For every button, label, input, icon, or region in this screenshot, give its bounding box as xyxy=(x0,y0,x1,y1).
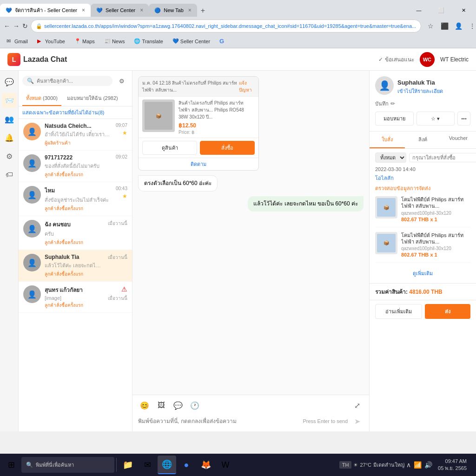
bookmark-gmail[interactable]: ✉ Gmail xyxy=(4,37,31,46)
order-search-input[interactable] xyxy=(409,153,476,162)
chat-item-chang[interactable]: 👤 ฉัง คนชอบ ครับ ลูกค้าสั่งซื้อครั้งแรก … xyxy=(19,216,132,250)
message-input[interactable] xyxy=(138,416,299,426)
edit-note-icon[interactable]: ✏ xyxy=(390,100,395,107)
maximize-button[interactable]: ⬜ xyxy=(430,4,452,17)
tab-all[interactable]: ทั้งหมด (3000) xyxy=(22,91,61,106)
forward-button[interactable]: → xyxy=(13,20,20,33)
assign-button[interactable]: มอบหมาย xyxy=(375,112,414,126)
chat-item-suphaluk[interactable]: 👤 Suphaluk Tia แล้วโว้ได้ค่ะ เลยจะกดไหม … xyxy=(19,250,132,282)
view-profile-link[interactable]: เข้าไปให้รายละเอียด xyxy=(397,87,443,95)
screenshot-button[interactable]: ⬛ xyxy=(438,20,451,33)
chevron-up-icon[interactable]: ∧ xyxy=(406,461,411,469)
taskbar-word[interactable]: W xyxy=(216,456,235,474)
more-orders-link[interactable]: ดูเพิ่มเติม xyxy=(375,267,470,279)
lazada-chat-title: Lazada Chat xyxy=(23,55,67,64)
note-row: บันทึก ✏ xyxy=(375,99,395,108)
taskbar-search[interactable]: 🔍 พิมพ์ที่นี่เพื่อค้นหา xyxy=(21,457,114,473)
star-button[interactable]: ☆ ▾ xyxy=(416,112,455,126)
taskbar-edge[interactable]: 🌐 xyxy=(158,456,176,474)
product-view-btn[interactable]: ดูสินค้า xyxy=(142,141,197,155)
order-item-price-2: 802.67 THB x 1 xyxy=(401,252,470,258)
search-input-wrap[interactable]: 🔍 xyxy=(22,76,112,86)
clock-button[interactable]: 🕐 xyxy=(188,399,201,412)
filter-unread-link[interactable]: แสดงเฉพาะข้อความที่ยังไม่ได้อ่าน(8) xyxy=(22,110,104,115)
product-report-btn[interactable]: แจ้งปัญหา xyxy=(239,79,255,93)
tab-close-2[interactable]: × xyxy=(140,7,143,13)
chat-icon-button[interactable]: 💬 xyxy=(172,399,185,412)
order-filter-select[interactable]: ทั้งหมด xyxy=(375,152,406,163)
show-desktop-button[interactable] xyxy=(469,456,470,474)
avatar-971: 👤 xyxy=(23,154,41,172)
tab-seller-center-2[interactable]: 💙 Seller Center × xyxy=(91,4,149,17)
bookmark-seller-center[interactable]: 💙 Seller Center xyxy=(170,37,213,46)
rp-tab-orders[interactable]: ใบสั่ง xyxy=(370,132,405,148)
chat-item-natsuda[interactable]: 👤 Natsuda Cheich... อำทิ้งไว้ยังไม่ได้รั… xyxy=(19,119,132,151)
filter-button[interactable]: ⚙ xyxy=(115,74,128,87)
send-button[interactable]: ➤ xyxy=(350,415,364,428)
rp-tab-links[interactable]: ลิงค์ xyxy=(405,132,440,148)
taskbar-mail[interactable]: ✉ xyxy=(138,456,157,474)
menu-button[interactable]: ⋮ xyxy=(466,20,476,33)
order-item-name-1: โคมไฟพีดีบ์ต์ Philips สมาร์ทไฟฟ้า สลับพา… xyxy=(401,196,470,210)
close-button[interactable]: ✕ xyxy=(453,4,474,17)
bookmark-maps[interactable]: 📍 Maps xyxy=(72,37,98,46)
lazada-chat-logo: L Lazada Chat xyxy=(7,53,67,66)
order-id[interactable]: โอไลสัก xyxy=(375,174,470,182)
tab-close-3[interactable]: × xyxy=(188,7,192,13)
bookmark-translate[interactable]: 🌐 Translate xyxy=(131,37,165,46)
customer-avatar: 👤 xyxy=(375,76,394,95)
more-options-button[interactable]: ••• xyxy=(457,112,470,126)
bookmark-google[interactable]: G xyxy=(217,37,227,46)
nav-chat-button[interactable]: 💬 xyxy=(2,74,17,89)
bookmark-news[interactable]: 📰 News xyxy=(101,37,128,46)
chat-item-mai[interactable]: 👤 ไหม สั่งข้อมูลช่าระเงินไม่สำเร็จค่ะ ลู… xyxy=(19,182,132,216)
tab-assigned[interactable]: มอบหมายให้ฉัน (2982) xyxy=(63,91,122,106)
bookmark-news-label: News xyxy=(112,39,125,44)
translate-icon: 🌐 xyxy=(134,38,140,45)
nav-settings-button[interactable]: ⚙ xyxy=(2,149,17,164)
chat-info-suntorn: สุนทร แก้วกัลยา [image] ลูกค้าสั่งซื้อคร… xyxy=(45,285,104,309)
tab-new-tab[interactable]: 🔵 New Tab × xyxy=(149,4,197,17)
taskbar-firefox[interactable]: 🦊 xyxy=(197,456,215,474)
order-date: 2022-03-30 14:40 xyxy=(375,166,470,172)
send-hint: Press Enter to send xyxy=(303,418,348,424)
new-tab-button[interactable]: + xyxy=(197,5,209,17)
chat-preview-971: ของที่สั่งสัดนี้ยังไม่มาครับ xyxy=(45,162,112,170)
nav-bell-button[interactable]: 🔔 xyxy=(2,130,17,145)
nav-tag-button[interactable]: 🏷 xyxy=(2,167,17,182)
rp-tab-voucher[interactable]: Voucher xyxy=(441,132,476,148)
expand-button[interactable]: ⤢ xyxy=(350,399,364,412)
minimize-button[interactable]: — xyxy=(408,4,430,17)
chat-preview-mai: สั่งข้อมูลช่าระเงินไม่สำเร็จค่ะ xyxy=(45,196,112,204)
chat-item-971[interactable]: 👤 971717222 ของที่สั่งสัดนี้ยังไม่มาครับ… xyxy=(19,151,132,182)
sidebar-filter-unread[interactable]: แสดงเฉพาะข้อความที่ยังไม่ได้อ่าน(8) xyxy=(19,106,132,119)
product-order-btn[interactable]: สั่งซื้อ xyxy=(200,141,255,155)
order-track-link[interactable]: ตรวจสอบข้อมูลการจัดส่ง xyxy=(375,184,470,192)
order-item-img-2: 📦 xyxy=(375,232,397,254)
taskbar-file-explorer[interactable]: 📁 xyxy=(119,456,137,474)
feedback-button[interactable]: ✓ ข้อเสนอแนะ xyxy=(378,55,414,64)
emoji-button[interactable]: 😊 xyxy=(138,399,151,412)
bookmark-star-button[interactable]: ☆ xyxy=(424,20,437,33)
product-track-btn[interactable]: ติดตาม xyxy=(139,158,258,170)
read-more-button[interactable]: อ่านเพิ่มเติม xyxy=(375,304,422,319)
search-input[interactable] xyxy=(37,78,108,84)
back-button[interactable]: ← xyxy=(4,20,10,33)
tab-close-1[interactable]: × xyxy=(82,7,85,13)
address-bar[interactable]: 🔒 sellercenter.lazada.co.th/apps/im/wind… xyxy=(31,20,421,33)
bookmark-youtube[interactable]: ▶ YouTube xyxy=(34,37,68,46)
taskbar-clock: 09:47 AM 05 พ.ย. 2565 xyxy=(438,458,467,472)
reload-button[interactable]: ↻ xyxy=(22,20,28,33)
chat-preview-chang: ครับ xyxy=(45,230,104,238)
nav-message-button[interactable]: 📨 xyxy=(2,93,17,108)
chat-item-suntorn[interactable]: 👤 สุนทร แก้วกัลยา [image] ลูกค้าสั่งซื้อ… xyxy=(19,282,132,313)
profile-button[interactable]: 👤 xyxy=(452,20,465,33)
taskbar-chrome[interactable]: ● xyxy=(177,456,196,474)
start-button[interactable]: ⊞ xyxy=(2,456,20,474)
nav-contacts-button[interactable]: 👥 xyxy=(2,112,17,126)
chat-name-natsuda: Natsuda Cheich... xyxy=(45,123,112,129)
rp-send-button[interactable]: ส่ง xyxy=(425,304,471,319)
order-item-details-1: โคมไฟพีดีบ์ต์ Philips สมาร์ทไฟฟ้า สลับพา… xyxy=(401,196,470,222)
tab-seller-center-1[interactable]: 💙 จัดการสินค้า - Seller Center × xyxy=(0,4,91,17)
image-button[interactable]: 🖼 xyxy=(155,399,168,412)
